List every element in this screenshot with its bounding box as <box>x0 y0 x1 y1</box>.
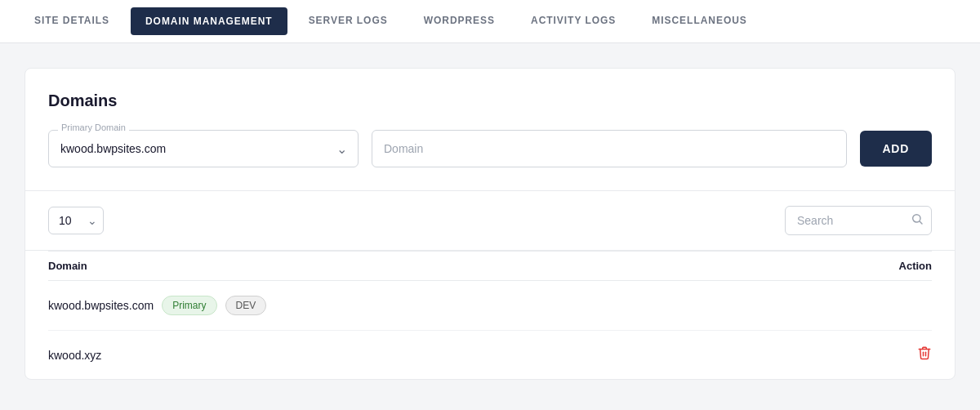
domains-card: Domains Primary Domain kwood.bwpsites.co… <box>24 68 956 380</box>
tab-miscellaneous[interactable]: MISCELLANEOUS <box>634 0 764 42</box>
tab-server-logs[interactable]: SERVER LOGS <box>291 0 406 42</box>
badge-dev: DEV <box>225 296 267 315</box>
domain-name-1: kwood.bwpsites.com <box>48 299 154 312</box>
badge-primary: Primary <box>162 296 216 315</box>
primary-domain-select[interactable]: kwood.bwpsites.com <box>48 130 359 167</box>
tab-site-details[interactable]: SITE DETAILS <box>16 0 127 42</box>
domain-cell-2: kwood.xyz <box>48 349 101 362</box>
per-page-select[interactable]: 10 25 50 100 <box>48 207 104 234</box>
domain-form-row: Primary Domain kwood.bwpsites.com ⌄ ADD <box>48 130 932 167</box>
tab-wordpress[interactable]: WORDPRESS <box>406 0 513 42</box>
search-input[interactable] <box>785 206 932 235</box>
controls-row: 10 25 50 100 ⌄ <box>48 191 932 250</box>
domain-name-2: kwood.xyz <box>48 349 101 362</box>
navigation-tabs: SITE DETAILS DOMAIN MANAGEMENT SERVER LO… <box>0 0 980 43</box>
card-title: Domains <box>48 91 932 110</box>
domain-input[interactable] <box>372 130 847 167</box>
per-page-wrapper: 10 25 50 100 ⌄ <box>48 207 104 234</box>
main-content: Domains Primary Domain kwood.bwpsites.co… <box>0 43 980 404</box>
primary-domain-select-wrapper: Primary Domain kwood.bwpsites.com ⌄ <box>48 130 359 167</box>
table-row: kwood.xyz <box>48 331 932 379</box>
add-button[interactable]: ADD <box>860 131 932 167</box>
domain-cell-1: kwood.bwpsites.com Primary DEV <box>48 296 266 315</box>
tab-domain-management[interactable]: DOMAIN MANAGEMENT <box>131 7 287 35</box>
column-header-domain: Domain <box>48 260 87 272</box>
delete-icon[interactable] <box>917 345 932 364</box>
action-cell-2 <box>917 345 932 364</box>
table-header: Domain Action <box>48 251 932 281</box>
primary-domain-label: Primary Domain <box>58 123 129 132</box>
table-row: kwood.bwpsites.com Primary DEV <box>48 281 932 331</box>
tab-activity-logs[interactable]: ACTIVITY LOGS <box>513 0 634 42</box>
column-header-action: Action <box>899 260 932 272</box>
search-wrapper <box>785 206 932 235</box>
